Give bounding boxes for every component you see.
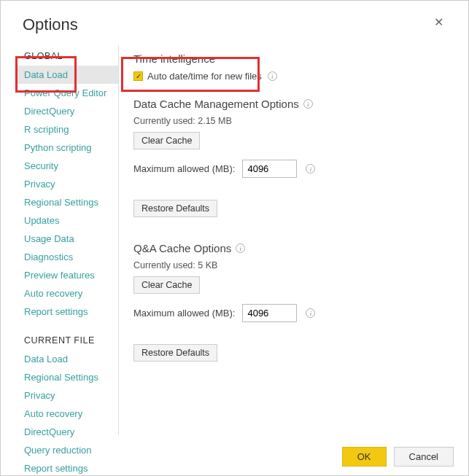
sidebar-item-cf-directquery[interactable]: DirectQuery [17, 423, 118, 441]
ok-button[interactable]: OK [342, 447, 387, 467]
dialog-title: Options [23, 15, 78, 34]
sidebar-item-cf-data-load[interactable]: Data Load [17, 350, 118, 368]
info-icon[interactable]: i [306, 164, 315, 173]
qa-cache-max-input[interactable] [242, 304, 297, 322]
sidebar-current-file-header: CURRENT FILE [17, 329, 118, 350]
auto-datetime-checkbox[interactable]: ✓ [133, 71, 143, 81]
qa-cache-max-label: Maximum allowed (MB): [133, 308, 235, 319]
clear-cache-button[interactable]: Clear Cache [133, 132, 200, 149]
sidebar-item-cf-auto-recovery[interactable]: Auto recovery [17, 405, 118, 423]
sidebar-global-header: GLOBAL [17, 45, 118, 66]
sidebar: GLOBAL Data Load Power Query Editor Dire… [17, 45, 119, 435]
data-cache-max-input[interactable] [242, 160, 297, 178]
qa-clear-cache-button[interactable]: Clear Cache [133, 276, 200, 294]
restore-defaults-button[interactable]: Restore Defaults [133, 200, 217, 217]
qa-cache-title: Q&A Cache Options [133, 242, 231, 254]
qa-restore-defaults-button[interactable]: Restore Defaults [133, 344, 217, 362]
info-icon[interactable]: i [306, 308, 315, 318]
sidebar-item-report-settings[interactable]: Report settings [17, 303, 118, 321]
sidebar-item-usage-data[interactable]: Usage Data [17, 230, 118, 248]
sidebar-item-diagnostics[interactable]: Diagnostics [17, 248, 118, 266]
sidebar-item-regional-settings[interactable]: Regional Settings [17, 193, 118, 211]
info-icon[interactable]: i [268, 71, 277, 81]
content-pane: Time intelligence ✓ Auto date/time for n… [119, 45, 468, 435]
sidebar-item-preview-features[interactable]: Preview features [17, 266, 118, 284]
sidebar-item-auto-recovery[interactable]: Auto recovery [17, 284, 118, 303]
time-intelligence-title: Time intelligence [133, 52, 454, 65]
sidebar-item-security[interactable]: Security [17, 157, 118, 175]
sidebar-item-cf-query-reduction[interactable]: Query reduction [17, 441, 118, 459]
data-cache-used: Currently used: 2.15 MB [133, 116, 454, 126]
close-icon[interactable]: ✕ [431, 15, 446, 29]
auto-datetime-label: Auto date/time for new files [147, 71, 262, 82]
sidebar-item-cf-report-settings[interactable]: Report settings [17, 459, 118, 476]
sidebar-item-directquery[interactable]: DirectQuery [17, 102, 118, 120]
cancel-button[interactable]: Cancel [394, 447, 454, 467]
info-icon[interactable]: i [303, 99, 313, 109]
sidebar-item-privacy[interactable]: Privacy [17, 175, 118, 193]
data-cache-max-label: Maximum allowed (MB): [133, 163, 235, 174]
sidebar-item-r-scripting[interactable]: R scripting [17, 120, 118, 138]
info-icon[interactable]: i [236, 243, 245, 253]
data-cache-title: Data Cache Management Options [133, 98, 299, 110]
sidebar-item-updates[interactable]: Updates [17, 211, 118, 230]
qa-cache-used: Currently used: 5 KB [133, 260, 454, 270]
sidebar-item-cf-regional-settings[interactable]: Regional Settings [17, 368, 118, 386]
sidebar-item-data-load[interactable]: Data Load [17, 66, 118, 84]
sidebar-item-python-scripting[interactable]: Python scripting [17, 138, 118, 157]
sidebar-item-cf-privacy[interactable]: Privacy [17, 386, 118, 405]
sidebar-item-power-query-editor[interactable]: Power Query Editor [17, 84, 118, 102]
